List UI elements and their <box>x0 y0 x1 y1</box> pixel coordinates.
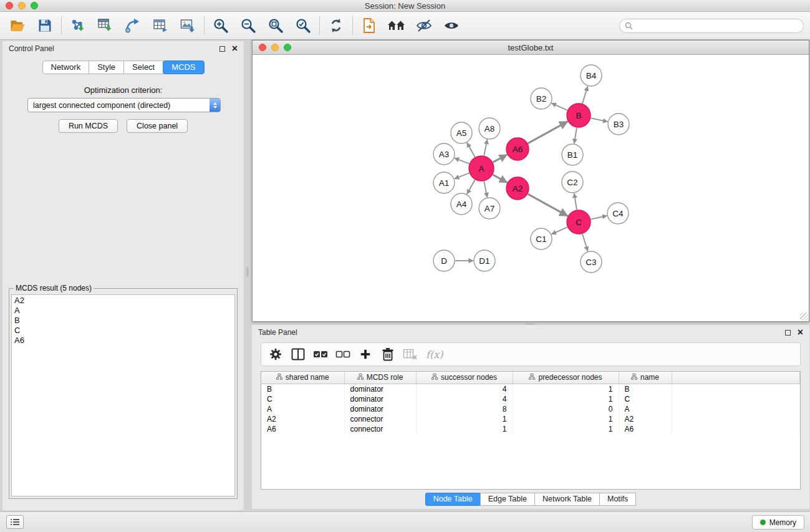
table-cell[interactable]: A6 <box>619 424 672 434</box>
clone-network-button[interactable] <box>122 14 144 37</box>
show-panels-button[interactable] <box>6 515 24 529</box>
graph-node[interactable]: A4 <box>451 193 472 215</box>
graph-edge[interactable] <box>528 122 568 143</box>
import-table-button[interactable] <box>94 14 117 37</box>
table-cell[interactable]: 1 <box>513 424 619 434</box>
graph-edge[interactable] <box>467 180 475 194</box>
table-row[interactable]: Adominator80A <box>261 404 800 414</box>
graph-node[interactable]: D <box>433 250 455 271</box>
tab-mcds[interactable]: MCDS <box>163 60 204 74</box>
minimize-window-button[interactable] <box>18 2 26 9</box>
table-cell[interactable]: A <box>619 404 672 414</box>
graph-node[interactable]: A5 <box>451 122 472 143</box>
tab-network[interactable]: Network <box>42 60 89 74</box>
tab-motifs[interactable]: Motifs <box>599 493 636 506</box>
select-stepper-icon[interactable] <box>210 99 220 112</box>
table-cell[interactable]: A6 <box>261 424 344 434</box>
create-column-button[interactable] <box>356 346 375 363</box>
graph-edge[interactable] <box>551 103 567 110</box>
show-columns-button[interactable] <box>289 346 307 363</box>
graph-edge[interactable] <box>455 158 470 163</box>
table-cell[interactable]: A <box>261 404 344 414</box>
network-graph[interactable]: B4B2BB3B1A5A8A6A3AA1A2C2A4A7C4CC1C3DD1 <box>253 55 809 321</box>
graph-node[interactable]: A8 <box>479 118 500 139</box>
table-cell[interactable]: 1 <box>513 414 619 424</box>
hide-graphics-details-button[interactable] <box>413 14 435 37</box>
mcds-result-item[interactable]: A6 <box>12 336 234 346</box>
table-cell[interactable]: 8 <box>416 404 513 414</box>
network-canvas[interactable]: B4B2BB3B1A5A8A6A3AA1A2C2A4A7C4CC1C3DD1 <box>253 55 809 321</box>
graph-edge[interactable] <box>493 155 508 162</box>
close-panel-icon[interactable]: × <box>232 45 238 52</box>
graph-node[interactable]: B2 <box>531 88 552 109</box>
mcds-result-item[interactable]: B <box>12 316 234 326</box>
save-session-button[interactable] <box>34 14 56 37</box>
delete-column-button[interactable] <box>378 346 397 363</box>
table-row[interactable]: A6connector11A6 <box>261 424 800 434</box>
column-header-name[interactable]: name <box>619 372 672 384</box>
graph-node[interactable]: A7 <box>479 198 500 219</box>
graph-edge[interactable] <box>574 128 577 143</box>
select-all-columns-button[interactable] <box>311 346 330 363</box>
graph-node[interactable]: A1 <box>433 172 455 193</box>
table-cell[interactable]: 1 <box>416 414 513 424</box>
table-row[interactable]: Bdominator41B <box>261 384 800 394</box>
new-table-button[interactable] <box>149 14 171 37</box>
column-header-successor-nodes[interactable]: successor nodes <box>416 372 513 384</box>
table-row[interactable]: A2connector11A2 <box>261 414 800 424</box>
close-table-panel-icon[interactable]: × <box>798 329 803 336</box>
graph-edge[interactable] <box>493 175 507 183</box>
table-cell[interactable]: A2 <box>619 414 672 424</box>
refresh-button[interactable] <box>325 14 347 37</box>
graph-node[interactable]: C <box>567 210 591 234</box>
overview-button[interactable] <box>385 14 408 37</box>
function-builder-button[interactable]: f(x) <box>426 349 443 360</box>
graph-node[interactable]: C4 <box>607 203 629 224</box>
graph-node[interactable]: B4 <box>581 65 602 86</box>
close-panel-button[interactable]: Close panel <box>127 119 188 133</box>
table-cell[interactable]: dominator <box>344 394 416 404</box>
graph-node[interactable]: C1 <box>531 228 552 249</box>
zoom-selected-button[interactable] <box>292 14 314 37</box>
column-header-shared-name[interactable]: shared name <box>261 372 344 384</box>
table-cell[interactable]: C <box>619 394 672 404</box>
table-cell[interactable]: B <box>261 384 344 394</box>
zoom-out-button[interactable] <box>237 14 259 37</box>
zoom-window-button[interactable] <box>31 2 38 9</box>
column-header-mcds-role[interactable]: MCDS role <box>344 372 416 384</box>
search-field[interactable] <box>619 19 804 33</box>
table-cell[interactable]: connector <box>344 424 416 434</box>
graph-edge[interactable] <box>591 216 607 220</box>
window-resize-grip[interactable] <box>800 312 808 321</box>
table-cell[interactable]: A2 <box>261 414 344 424</box>
graph-edge[interactable] <box>467 143 475 157</box>
graph-edge[interactable] <box>528 194 568 216</box>
deselect-all-columns-button[interactable] <box>334 346 352 363</box>
graph-node[interactable]: B1 <box>562 144 583 165</box>
graph-edge[interactable] <box>484 181 487 198</box>
table-cell[interactable]: dominator <box>344 384 416 394</box>
mcds-result-item[interactable]: C <box>12 326 234 336</box>
table-cell[interactable]: 4 <box>416 384 513 394</box>
mcds-result-item[interactable]: A <box>12 306 234 316</box>
export-image-button[interactable] <box>176 14 199 37</box>
float-panel-icon[interactable] <box>219 46 225 52</box>
graph-edge[interactable] <box>591 118 608 122</box>
search-input[interactable] <box>636 21 798 30</box>
criterion-select[interactable]: largest connected component (directed) <box>27 98 221 112</box>
mcds-result-list[interactable]: A2ABCA6 <box>11 294 235 496</box>
graph-edge[interactable] <box>455 173 470 179</box>
tab-style[interactable]: Style <box>89 60 124 74</box>
tab-network-table[interactable]: Network Table <box>534 493 600 506</box>
table-cell[interactable]: dominator <box>344 404 416 414</box>
graph-edge[interactable] <box>582 234 588 251</box>
import-network-button[interactable] <box>67 14 89 37</box>
table-cell[interactable]: 0 <box>513 404 619 414</box>
graph-node[interactable]: A6 <box>506 138 529 160</box>
session-document-button[interactable] <box>358 14 380 37</box>
graph-node[interactable]: B3 <box>608 114 629 135</box>
tab-edge-table[interactable]: Edge Table <box>480 493 535 506</box>
column-header-predecessor-nodes[interactable]: predecessor nodes <box>513 372 619 384</box>
graph-node[interactable]: B <box>567 104 591 127</box>
tab-select[interactable]: Select <box>123 60 163 74</box>
